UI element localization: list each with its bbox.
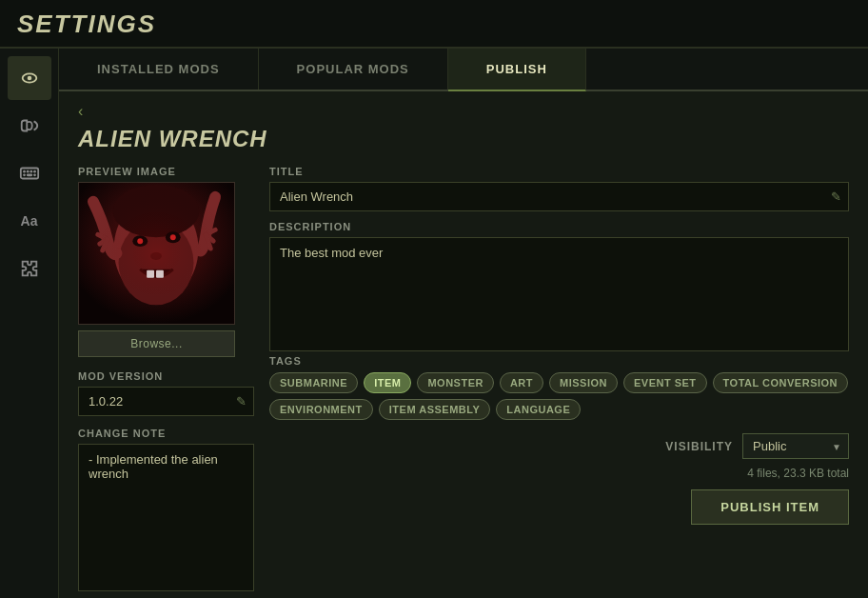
visibility-select[interactable]: Public Friends Only Private [742,433,849,459]
sidebar-icon-puzzle[interactable] [8,247,51,290]
tab-popular-mods[interactable]: POPULAR MODS [259,49,448,90]
tab-installed-mods[interactable]: INSTALLED MODS [59,49,259,90]
title-row: ✎ [269,182,849,211]
tag-environment[interactable]: ENVIRONMENT [269,399,373,420]
sidebar: Aa [0,49,59,598]
tag-art[interactable]: ART [500,372,543,393]
tag-item-assembly[interactable]: ITEM ASSEMBLY [379,399,491,420]
content-area: INSTALLED MODS POPULAR MODS PUBLISH ‹ AL… [59,49,868,598]
visibility-row: VISIBILITY Public Friends Only Private [269,433,849,459]
publish-panel: ‹ ALIEN WRENCH PREVIEW IMAGE [59,91,868,598]
change-note-label: CHANGE NOTE [78,428,254,439]
file-info: 4 files, 23.3 KB total [269,467,849,480]
preview-image-box [78,182,235,325]
tags-container: SUBMARINEITEMMONSTERARTMISSIONEVENT SETT… [269,372,849,420]
settings-page: SETTINGS [0,0,868,598]
main-content: ‹ ALIEN WRENCH PREVIEW IMAGE [59,91,868,598]
main-layout: Aa INSTALLED MODS POPULAR MODS PUBLISH ‹ [0,49,868,598]
sidebar-icon-audio[interactable] [8,104,51,148]
preview-image-label: PREVIEW IMAGE [78,166,254,177]
title-label: TITLE [269,166,849,177]
publish-item-button[interactable]: PUBLISH ITEM [691,489,849,525]
tag-item[interactable]: ITEM [364,372,411,393]
title-edit-icon[interactable]: ✎ [831,189,841,204]
svg-rect-28 [79,183,234,324]
tag-total-conversion[interactable]: TOTAL CONVERSION [713,372,848,393]
tag-mission[interactable]: MISSION [549,372,618,393]
mod-version-label: MOD VERSION [78,370,254,382]
version-row: ✎ [78,387,254,416]
mod-version-input[interactable] [78,387,254,416]
tag-submarine[interactable]: SUBMARINE [269,372,358,393]
svg-rect-2 [20,169,37,179]
tag-monster[interactable]: MONSTER [417,372,494,393]
tab-publish[interactable]: PUBLISH [448,49,586,91]
left-col: PREVIEW IMAGE [78,166,254,595]
tabs-bar: INSTALLED MODS POPULAR MODS PUBLISH [59,49,868,91]
tags-label: TAGS [269,355,849,367]
browse-button[interactable]: Browse... [78,330,235,357]
preview-face-image [79,183,234,324]
sidebar-icon-keyboard[interactable] [8,151,51,195]
svg-point-1 [27,76,31,81]
mod-name-title: ALIEN WRENCH [78,126,849,152]
tag-language[interactable]: LANGUAGE [496,399,581,420]
right-col: TITLE ✎ DESCRIPTION The best mod ever TA… [269,166,849,595]
change-note-textarea[interactable]: - Implemented the alien wrench [78,444,254,591]
settings-title: SETTINGS [17,10,851,39]
version-edit-icon[interactable]: ✎ [236,394,247,409]
back-button[interactable]: ‹ [78,103,83,120]
visibility-select-wrapper: Public Friends Only Private [742,433,849,459]
description-label: DESCRIPTION [269,221,849,232]
sidebar-icon-font[interactable]: Aa [8,199,51,243]
description-textarea[interactable]: The best mod ever [269,237,849,351]
tags-section: TAGS SUBMARINEITEMMONSTERARTMISSIONEVENT… [269,355,849,420]
sidebar-icon-eye[interactable] [8,56,51,100]
title-input[interactable] [269,182,849,211]
two-col-layout: PREVIEW IMAGE [78,166,849,595]
visibility-label: VISIBILITY [665,440,733,453]
tag-event-set[interactable]: EVENT SET [623,372,707,393]
settings-header: SETTINGS [0,0,868,49]
